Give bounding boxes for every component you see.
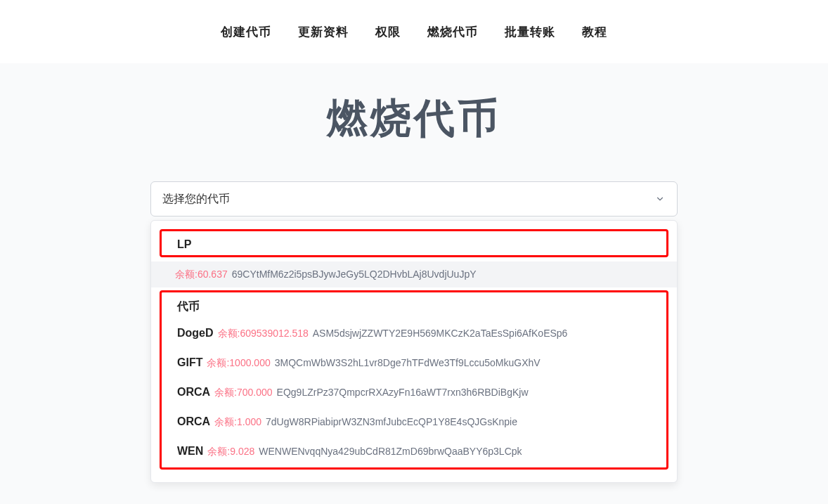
- token-balance: 余额:609539012.518: [218, 326, 309, 341]
- token-row-wen[interactable]: WEN 余额:9.028 WENWENvqqNya429ubCdR81ZmD69…: [162, 437, 666, 466]
- token-row-gift[interactable]: GIFT 余额:1000.000 3MQCmWbW3S2hL1vr8Dge7hT…: [162, 348, 666, 377]
- nav-permission[interactable]: 权限: [375, 24, 401, 40]
- token-address: 3MQCmWbW3S2hL1vr8Dge7hTFdWe3Tf9Lccu5oMku…: [275, 356, 541, 370]
- token-group-header: 代币: [162, 297, 666, 318]
- token-row-doged[interactable]: DogeD 余额:609539012.518 ASM5dsjwjZZWTY2E9…: [162, 318, 666, 348]
- nav-batch-transfer[interactable]: 批量转账: [505, 24, 555, 40]
- select-placeholder: 选择您的代币: [162, 192, 230, 207]
- token-balance: 余额:60.637: [175, 267, 228, 282]
- token-name: ORCA: [177, 413, 210, 430]
- token-balance: 余额:1.000: [214, 415, 261, 429]
- lp-group-box: LP: [160, 229, 668, 257]
- token-balance: 余额:700.000: [214, 385, 273, 400]
- token-balance: 余额:1000.000: [207, 356, 270, 370]
- nav-update-info[interactable]: 更新资料: [298, 24, 349, 40]
- lp-token-row[interactable]: 余额:60.637 69CYtMfM6z2i5psBJywJeGy5LQ2DHv…: [151, 261, 677, 287]
- token-name: WEN: [177, 443, 203, 460]
- token-address: 7dUgW8RPiabiprW3ZN3mfJubcEcQP1Y8E4sQJGsK…: [266, 415, 517, 429]
- token-address: 69CYtMfM6z2i5psBJywJeGy5LQ2DHvbLAj8UvdjU…: [232, 267, 477, 282]
- token-select-container: 选择您的代币 LP 余额:60.637 69CYtMfM6z2i5psBJywJ…: [150, 181, 678, 217]
- nav-burn-token[interactable]: 燃烧代币: [427, 24, 478, 40]
- token-name: ORCA: [177, 384, 210, 401]
- nav-create-token[interactable]: 创建代币: [221, 24, 271, 40]
- page-title: 燃烧代币: [0, 91, 828, 146]
- token-group-box: 代币 DogeD 余额:609539012.518 ASM5dsjwjZZWTY…: [160, 290, 668, 470]
- lp-group-header: LP: [162, 235, 666, 255]
- top-nav: 创建代币 更新资料 权限 燃烧代币 批量转账 教程: [0, 0, 828, 63]
- token-name: GIFT: [177, 354, 202, 371]
- chevron-down-icon: [654, 193, 666, 205]
- token-name: DogeD: [177, 325, 214, 342]
- token-row-orca-1[interactable]: ORCA 余额:700.000 EQg9LZrPz37QmpcrRXAzyFn1…: [162, 377, 666, 407]
- token-balance: 余额:9.028: [207, 444, 254, 459]
- token-address: ASM5dsjwjZZWTY2E9H569MKCzK2aTaEsSpi6AfKo…: [313, 326, 568, 341]
- page-body: 燃烧代币 选择您的代币 LP 余额:60.637 69CYtMfM6z2i5ps…: [0, 63, 828, 504]
- token-row-orca-2[interactable]: ORCA 余额:1.000 7dUgW8RPiabiprW3ZN3mfJubcE…: [162, 407, 666, 437]
- token-address: WENWENvqqNya429ubCdR81ZmD69brwQaaBYY6p3L…: [259, 444, 522, 459]
- token-select[interactable]: 选择您的代币: [150, 181, 678, 217]
- token-dropdown-panel: LP 余额:60.637 69CYtMfM6z2i5psBJywJeGy5LQ2…: [150, 220, 678, 483]
- token-address: EQg9LZrPz37QmpcrRXAzyFn16aWT7rxn3h6RBDiB…: [277, 385, 529, 400]
- nav-tutorial[interactable]: 教程: [582, 24, 607, 40]
